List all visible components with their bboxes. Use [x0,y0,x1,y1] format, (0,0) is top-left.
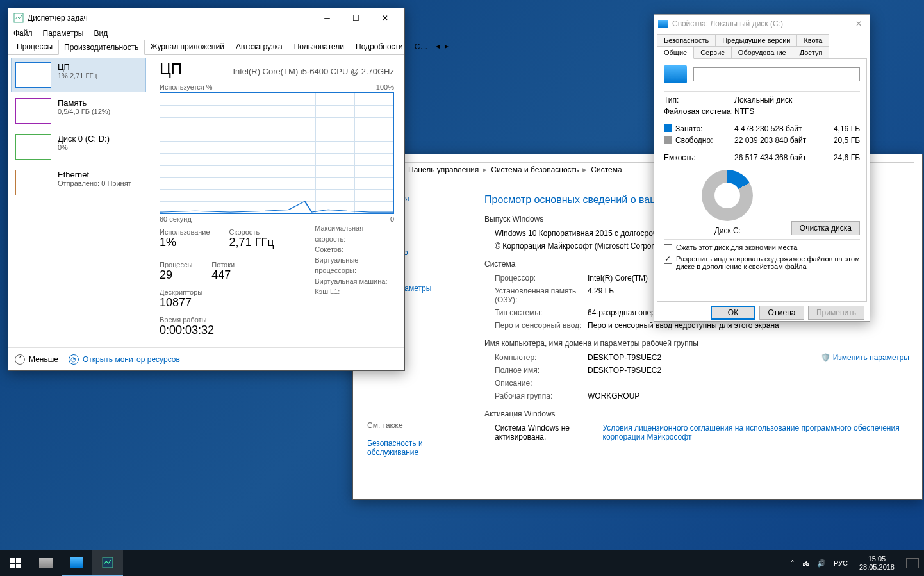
cpu-model: Intel(R) Core(TM) i5-6400 CPU @ 2.70GHz [233,67,394,76]
field-label: Описание: [495,379,588,388]
tab-details[interactable]: Подробности [350,39,409,54]
stat-value: 10877 [160,296,202,309]
sidebar-link[interactable]: Безопасность и обслуживание [367,439,472,457]
titlebar[interactable]: Свойства: Локальный диск (C:) ✕ [654,15,870,33]
drive-icon [39,558,53,568]
usage-donut-icon [702,170,753,221]
tab-previous[interactable]: Предыдущие версии [715,34,797,47]
sidebar-item-cpu[interactable]: ЦП1% 2,71 ГГц [11,58,146,92]
compress-checkbox-row[interactable]: Сжать этот диск для экономии места [664,243,860,252]
field-label: Занято: [675,124,734,133]
dialog-buttons: ОК Отмена Применить [654,302,870,324]
tabbar-row2: Общие Сервис Оборудование Доступ [654,46,870,58]
tray-chevron-icon[interactable]: ˄ [791,559,795,568]
tab-sharing[interactable]: Доступ [793,46,830,59]
tabbar: Процессы Производительность Журнал прило… [8,39,404,55]
graph-x-left: 60 секунд [160,215,192,223]
field-value: NTFS [734,107,860,116]
cpu-graph[interactable] [160,92,394,214]
taskmgr-icon [102,557,113,568]
tab-app-history[interactable]: Журнал приложений [145,39,230,54]
open-monitor-link[interactable]: ◔Открыть монитор ресурсов [69,354,180,365]
menu-view[interactable]: Вид [94,29,108,38]
window-title: Свойства: Локальный диск (C:) [672,19,852,28]
stat-value: 29 [160,268,192,282]
sidebar-item-memory[interactable]: Память0,5/4,3 ГБ (12%) [11,94,146,128]
menu-options[interactable]: Параметры [43,29,84,38]
license-link[interactable]: Условия лицензионного соглашения на испо… [603,424,909,441]
taskbar-app-taskmgr[interactable] [92,550,123,576]
tab-startup[interactable]: Автозагрузка [230,39,288,54]
tab-general[interactable]: Общие [657,46,694,59]
tab-hardware[interactable]: Оборудование [731,46,793,59]
clock[interactable]: 15:05 28.05.2018 [855,555,898,572]
checkbox-label: Разрешить индексировать содержимое файло… [676,255,860,270]
maximize-button[interactable]: ☐ [342,8,370,28]
sidebar-item-ethernet[interactable]: EthernetОтправлено: 0 Принят [11,165,146,200]
disk-thumb-icon [15,134,51,160]
field-label: Тип: [664,95,734,104]
field-label: Полное имя: [495,366,588,375]
close-button[interactable]: ✕ [852,19,866,28]
tab-scroll-right[interactable]: ▸ [442,39,451,54]
taskbar-app-explorer[interactable] [31,550,62,576]
titlebar[interactable]: Диспетчер задач ─ ☐ ✕ [8,8,404,28]
svg-rect-2 [16,558,21,563]
see-also-heading: См. также [367,421,472,430]
volume-icon[interactable]: 🔊 [817,559,826,568]
field-value: DESKTOP-T9SUEC2 [588,366,909,375]
action-center-icon[interactable] [906,558,919,568]
shield-icon: 🛡️ [821,353,830,362]
tab-performance[interactable]: Производительность [58,40,144,55]
taskbar-app-system[interactable] [62,550,92,576]
sidebar-item-label: ЦП [58,62,142,72]
performance-sidebar: ЦП1% 2,71 ГГц Память0,5/4,3 ГБ (12%) Дис… [8,55,149,340]
close-button[interactable]: ✕ [370,8,399,28]
stat-label: Скорость [229,228,274,236]
index-checkbox-row[interactable]: Разрешить индексировать содержимое файло… [664,255,860,270]
field-value: 20,5 ГБ [827,136,860,145]
cpu-line-icon [160,93,393,213]
language-indicator[interactable]: РУС [834,559,848,567]
breadcrumb-item[interactable]: Система [591,165,622,174]
start-button[interactable] [0,550,31,576]
clock-time: 15:05 [859,555,895,563]
tab-processes[interactable]: Процессы [11,39,58,54]
drive-icon [664,65,687,83]
field-label: Процессор: [495,274,588,283]
disk-properties-window: Свойства: Локальный диск (C:) ✕ Безопасн… [654,14,870,322]
sidebar-item-disk[interactable]: Диск 0 (C: D:)0% [11,129,146,164]
breadcrumb-item[interactable]: Панель управления [408,165,479,174]
field-value: Локальный диск [734,95,860,104]
minimize-button[interactable]: ─ [313,8,342,28]
task-manager-window: Диспетчер задач ─ ☐ ✕ Файл Параметры Вид… [8,8,405,371]
free-color-icon [664,136,672,144]
network-icon[interactable]: 🖧 [802,559,809,567]
graph-x-right: 0 [390,215,394,223]
disk-general-panel: Тип:Локальный диск Файловая система:NTFS… [657,58,867,302]
breadcrumb-item[interactable]: Система и безопасность [491,165,579,174]
tab-quota[interactable]: Квота [796,34,829,47]
cpu-thumb-icon [15,62,51,88]
apply-button[interactable]: Применить [808,306,864,320]
field-label: Установленная память (ОЗУ): [495,286,588,304]
ok-button[interactable]: ОК [711,306,755,320]
tab-security[interactable]: Безопасность [657,34,716,47]
volume-label-input[interactable] [693,67,860,81]
disk-cleanup-button[interactable]: Очистка диска [791,221,860,235]
tab-tools[interactable]: Сервис [693,46,732,59]
cancel-button[interactable]: Отмена [759,306,804,320]
field-label: Файловая система: [664,107,734,116]
tab-services[interactable]: С… [409,39,434,54]
drive-label: Диск C: [664,226,791,235]
fewer-details-link[interactable]: ˄Меньше [15,354,58,365]
field-value: 4,16 ГБ [827,124,860,133]
menu-file[interactable]: Файл [13,29,33,38]
sidebar-item-label: Память [58,98,142,108]
tab-users[interactable]: Пользователи [288,39,350,54]
tab-scroll-left[interactable]: ◂ [433,39,442,54]
taskbar: ˄ 🖧 🔊 РУС 15:05 28.05.2018 [0,550,924,576]
activation-status: Система Windows не активирована. [495,424,597,441]
memory-thumb-icon [15,98,51,124]
change-settings-link[interactable]: 🛡️ Изменить параметры [821,353,909,362]
